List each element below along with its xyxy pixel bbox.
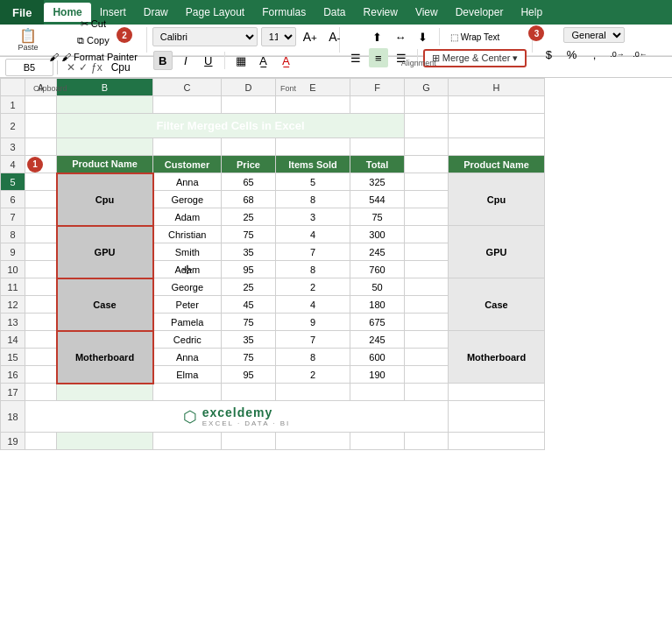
font-name-select[interactable]: Calibri <box>152 27 258 46</box>
cell-c8[interactable]: Christian <box>153 226 222 243</box>
cell-a11[interactable] <box>25 278 57 296</box>
cell-a9[interactable] <box>25 243 57 261</box>
cell-g19[interactable] <box>405 433 449 450</box>
menu-item-formulas[interactable]: Formulas <box>253 3 315 22</box>
cell-a2[interactable] <box>25 114 57 138</box>
col-header-h[interactable]: H <box>449 79 545 96</box>
cell-c14[interactable]: Cedric <box>153 331 222 349</box>
cell-f12[interactable]: 180 <box>350 296 405 314</box>
cell-a17[interactable] <box>25 384 57 401</box>
row-header-15[interactable]: 15 <box>1 349 25 366</box>
cell-f11[interactable]: 50 <box>350 278 405 296</box>
row-header-16[interactable]: 16 <box>1 366 25 384</box>
row-header-11[interactable]: 11 <box>1 278 25 296</box>
cell-f10[interactable]: 760 <box>350 261 405 278</box>
italic-button[interactable]: I <box>176 51 195 70</box>
cell-d15[interactable]: 75 <box>222 349 276 366</box>
right-cell-case[interactable]: Case <box>449 278 545 331</box>
cell-f13[interactable]: 675 <box>350 314 405 331</box>
header-items-sold[interactable]: Items Sold <box>276 156 350 173</box>
cell-g3[interactable] <box>405 138 449 156</box>
cell-h3[interactable] <box>449 138 545 156</box>
cell-g1[interactable] <box>405 96 449 114</box>
row-header-19[interactable]: 19 <box>1 433 25 450</box>
row-header-2[interactable]: 2 <box>1 114 25 138</box>
paste-button[interactable]: 📋 Paste <box>11 27 46 53</box>
cell-d19[interactable] <box>222 433 276 450</box>
borders-button[interactable]: ▦ <box>231 51 251 70</box>
right-cell-motherboard[interactable]: Motherboard <box>449 331 545 384</box>
row-header-3[interactable]: 3 <box>1 138 25 156</box>
font-size-select[interactable]: 11 <box>261 27 296 46</box>
cell-c1[interactable] <box>153 96 222 114</box>
row-header-18[interactable]: 18 <box>1 401 25 433</box>
row-header-6[interactable]: 6 <box>1 191 25 208</box>
cell-b-gpu[interactable]: GPU <box>57 226 153 278</box>
cell-c7[interactable]: Adam <box>153 208 222 226</box>
cell-f19[interactable] <box>350 433 405 450</box>
col-header-f[interactable]: F <box>350 79 405 96</box>
cell-a5[interactable] <box>25 173 57 191</box>
cell-e15[interactable]: 8 <box>276 349 350 366</box>
row-header-17[interactable]: 17 <box>1 384 25 401</box>
format-painter-button[interactable]: 🖌 🖌 Format Painter <box>46 50 141 64</box>
underline-button[interactable]: U <box>199 51 218 70</box>
cell-g17[interactable] <box>405 384 449 401</box>
menu-item-developer[interactable]: Developer <box>447 3 513 22</box>
cell-d6[interactable]: 68 <box>222 191 276 208</box>
cell-d1[interactable] <box>222 96 276 114</box>
cell-c3[interactable] <box>153 138 222 156</box>
cell-c9[interactable]: Smith <box>153 243 222 261</box>
cell-a6[interactable] <box>25 191 57 208</box>
cell-d14[interactable]: 35 <box>222 331 276 349</box>
cell-c10[interactable]: Adam ✛ <box>153 261 222 278</box>
cell-a12[interactable] <box>25 296 57 314</box>
cell-f3[interactable] <box>350 138 405 156</box>
cell-g13[interactable] <box>405 314 449 331</box>
cell-h17[interactable] <box>449 384 545 401</box>
cell-g10[interactable] <box>405 261 449 278</box>
cell-f6[interactable]: 544 <box>350 191 405 208</box>
menu-item-review[interactable]: Review <box>355 3 407 22</box>
menu-item-data[interactable]: Data <box>315 3 354 22</box>
cell-f1[interactable] <box>350 96 405 114</box>
cell-f14[interactable]: 245 <box>350 331 405 349</box>
cell-d12[interactable]: 45 <box>222 296 276 314</box>
cell-d8[interactable]: 75 <box>222 226 276 243</box>
cell-g14[interactable] <box>405 331 449 349</box>
row-header-14[interactable]: 14 <box>1 331 25 349</box>
currency-button[interactable]: $ <box>539 45 558 64</box>
cell-h19[interactable] <box>449 433 545 450</box>
cell-f16[interactable]: 190 <box>350 366 405 384</box>
cell-e13[interactable]: 9 <box>276 314 350 331</box>
title-cell[interactable]: Filter Merged Cells in Excel <box>57 114 405 138</box>
cell-g16[interactable] <box>405 366 449 384</box>
cell-e3[interactable] <box>276 138 350 156</box>
comma-button[interactable]: , <box>584 45 604 64</box>
cell-h1[interactable] <box>449 96 545 114</box>
col-header-b[interactable]: B <box>57 79 153 96</box>
cell-g6[interactable] <box>405 191 449 208</box>
cell-c15[interactable]: Anna <box>153 349 222 366</box>
cell-b19[interactable] <box>57 433 153 450</box>
cell-d17[interactable] <box>222 384 276 401</box>
cell-e16[interactable]: 2 <box>276 366 350 384</box>
cell-e19[interactable] <box>276 433 350 450</box>
cell-f17[interactable] <box>350 384 405 401</box>
cell-g12[interactable] <box>405 296 449 314</box>
row-header-1[interactable]: 1 <box>1 96 25 114</box>
right-cell-cpu[interactable]: Cpu <box>449 173 545 226</box>
cell-c11[interactable]: George <box>153 278 222 296</box>
cell-c12[interactable]: Peter <box>153 296 222 314</box>
number-format-select[interactable]: General <box>563 27 625 43</box>
cell-g2[interactable] <box>405 114 449 138</box>
cell-b17[interactable] <box>57 384 153 401</box>
col-header-d[interactable]: D <box>222 79 276 96</box>
font-color-button[interactable]: A̲ <box>277 51 296 70</box>
cell-f8[interactable]: 300 <box>350 226 405 243</box>
cell-d10[interactable]: 95 <box>222 261 276 278</box>
cell-e9[interactable]: 7 <box>276 243 350 261</box>
cell-d9[interactable]: 35 <box>222 243 276 261</box>
header-price[interactable]: Price <box>222 156 276 173</box>
row-header-10[interactable]: 10 <box>1 261 25 278</box>
